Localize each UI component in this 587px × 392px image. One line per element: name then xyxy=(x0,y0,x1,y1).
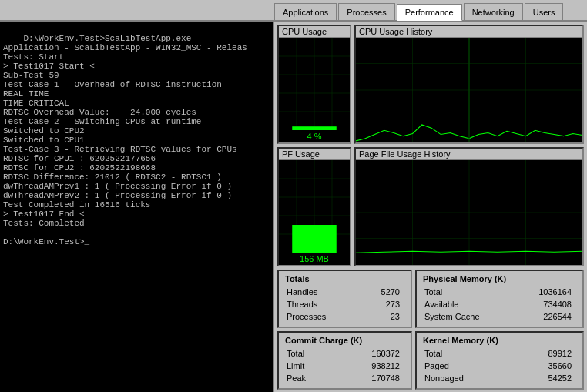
commit-charge-title: Commit Charge (K) xyxy=(285,336,404,345)
phys-total-value: 1036164 xyxy=(518,286,575,297)
kernel-memory-table: Total 89912 Paged 35660 Nonpaged 54252 xyxy=(423,347,576,385)
pf-usage-svg xyxy=(279,160,350,253)
threads-label: Threads xyxy=(287,299,362,310)
phys-available-label: Available xyxy=(424,299,516,310)
kernel-total-label: Total xyxy=(424,348,515,359)
processes-value: 23 xyxy=(364,311,403,322)
cpu-usage-area xyxy=(279,38,350,130)
svg-rect-22 xyxy=(292,225,337,253)
commit-limit-value: 938212 xyxy=(336,360,403,371)
commit-peak-label: Peak xyxy=(287,373,334,384)
phys-cache-label: System Cache xyxy=(424,311,516,322)
commit-peak-value: 170748 xyxy=(336,373,403,384)
kernel-paged-row: Paged 35660 xyxy=(424,360,575,371)
stats-bottom-row: Commit Charge (K) Total 160372 Limit 938… xyxy=(277,331,584,390)
pf-history-chart: Page File Usage History xyxy=(354,147,584,266)
cpu-usage-chart: CPU Usage xyxy=(277,25,351,144)
commit-peak-row: Peak 170748 xyxy=(287,373,403,384)
commit-total-row: Total 160372 xyxy=(287,348,403,359)
totals-table: Handles 5270 Threads 273 Processes 23 xyxy=(285,285,404,323)
kernel-nonpaged-row: Nonpaged 54252 xyxy=(424,373,575,384)
kernel-paged-value: 35660 xyxy=(517,360,575,371)
commit-charge-box: Commit Charge (K) Total 160372 Limit 938… xyxy=(277,331,412,390)
phys-cache-row: System Cache 226544 xyxy=(424,311,575,322)
kernel-paged-label: Paged xyxy=(424,360,515,371)
pf-history-svg xyxy=(356,160,582,265)
pf-usage-title: PF Usage xyxy=(279,149,350,160)
pf-usage-chart: PF Usage 156 MB xyxy=(277,147,351,266)
cpu-history-area xyxy=(356,38,582,142)
phys-cache-value: 226544 xyxy=(518,311,575,322)
commit-total-value: 160372 xyxy=(336,348,403,359)
pf-history-title: Page File Usage History xyxy=(356,149,582,160)
threads-value: 273 xyxy=(364,299,403,310)
pf-history-area xyxy=(356,160,582,265)
totals-title: Totals xyxy=(285,274,404,283)
cpu-usage-value: 4 % xyxy=(279,130,350,142)
totals-box: Totals Handles 5270 Threads 273 Processe… xyxy=(277,270,412,328)
handles-row: Handles 5270 xyxy=(287,286,403,297)
svg-rect-7 xyxy=(292,126,337,130)
physical-memory-box: Physical Memory (K) Total 1036164 Availa… xyxy=(415,270,584,328)
commit-total-label: Total xyxy=(287,348,334,359)
handles-value: 5270 xyxy=(364,286,403,297)
kernel-nonpaged-value: 54252 xyxy=(517,373,575,384)
terminal-panel: D:\WorkEnv.Test>ScaLibTestApp.exe Applic… xyxy=(0,22,274,392)
stats-top-row: Totals Handles 5270 Threads 273 Processe… xyxy=(277,270,584,328)
kernel-memory-box: Kernel Memory (K) Total 89912 Paged 3566… xyxy=(415,331,584,390)
main-content: D:\WorkEnv.Test>ScaLibTestApp.exe Applic… xyxy=(0,22,587,392)
kernel-total-row: Total 89912 xyxy=(424,348,575,359)
commit-limit-row: Limit 938212 xyxy=(287,360,403,371)
tab-bar: Applications Processes Performance Netwo… xyxy=(0,0,587,22)
bottom-charts-row: PF Usage 156 MB xyxy=(277,147,584,266)
phys-available-row: Available 734408 xyxy=(424,299,575,310)
phys-total-row: Total 1036164 xyxy=(424,286,575,297)
commit-charge-table: Total 160372 Limit 938212 Peak 170748 xyxy=(285,347,404,385)
pf-usage-value: 156 MB xyxy=(279,253,350,265)
processes-row: Processes 23 xyxy=(287,311,403,322)
commit-limit-label: Limit xyxy=(287,360,334,371)
threads-row: Threads 273 xyxy=(287,299,403,310)
top-charts-row: CPU Usage xyxy=(277,25,584,144)
physical-memory-table: Total 1036164 Available 734408 System Ca… xyxy=(423,285,576,323)
processes-label: Processes xyxy=(287,311,362,322)
cpu-usage-svg xyxy=(279,38,350,130)
kernel-memory-title: Kernel Memory (K) xyxy=(423,336,576,345)
pf-usage-area xyxy=(279,160,350,253)
tab-applications[interactable]: Applications xyxy=(274,3,337,20)
physical-memory-title: Physical Memory (K) xyxy=(423,274,576,283)
handles-label: Handles xyxy=(287,286,362,297)
phys-total-label: Total xyxy=(424,286,516,297)
phys-available-value: 734408 xyxy=(518,299,575,310)
tab-networking[interactable]: Networking xyxy=(464,3,523,20)
kernel-total-value: 89912 xyxy=(517,348,575,359)
cpu-history-chart: CPU Usage History xyxy=(354,25,584,144)
kernel-nonpaged-label: Nonpaged xyxy=(424,373,515,384)
tab-processes[interactable]: Processes xyxy=(338,3,394,20)
performance-panel: CPU Usage xyxy=(274,22,587,392)
cpu-usage-title: CPU Usage xyxy=(279,26,350,38)
tab-users[interactable]: Users xyxy=(525,3,564,20)
cpu-history-title: CPU Usage History xyxy=(356,26,582,38)
cpu-history-svg xyxy=(356,38,582,142)
tab-performance[interactable]: Performance xyxy=(397,4,462,21)
